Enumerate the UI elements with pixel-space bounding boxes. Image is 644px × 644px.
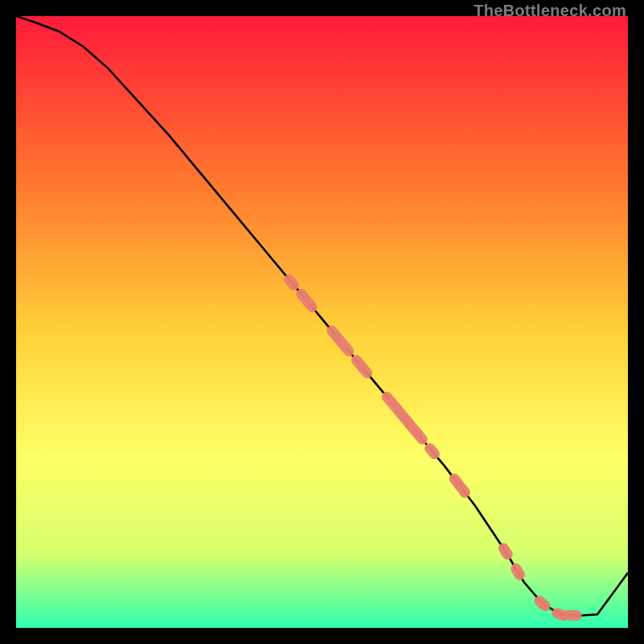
gradient-background: [16, 16, 628, 628]
plot-area: [16, 16, 628, 628]
watermark-text: TheBottleneck.com: [473, 2, 626, 20]
data-marker: [564, 609, 582, 621]
chart-svg: [16, 16, 628, 628]
chart-stage: TheBottleneck.com: [0, 0, 644, 644]
svg-rect-21: [564, 609, 582, 621]
